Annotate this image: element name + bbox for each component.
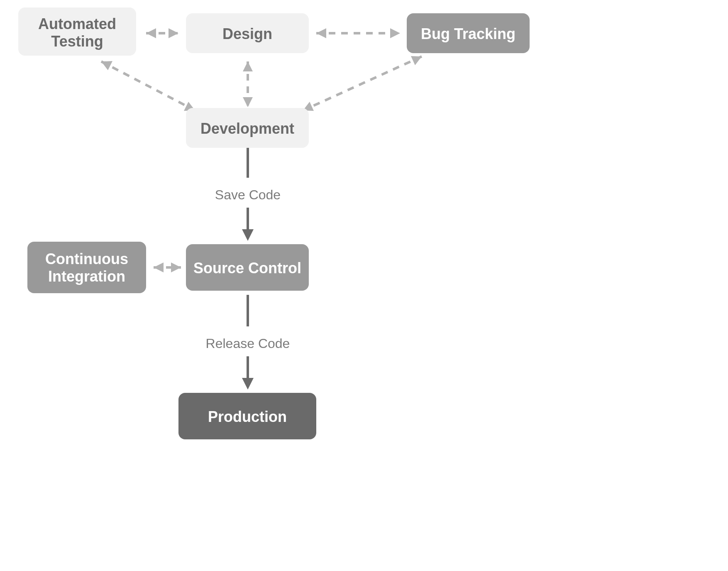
arrow-right-icon xyxy=(169,28,178,38)
node-production: Production xyxy=(178,393,316,439)
edge-design-development xyxy=(243,61,253,107)
node-label: Automated xyxy=(38,15,116,32)
arrow-down-icon xyxy=(243,97,253,107)
edge-source-ci xyxy=(154,262,181,272)
edge-source-production: Release Code xyxy=(206,295,290,390)
node-continuous-integration: Continuous Integration xyxy=(27,242,146,293)
flow-diagram: Save Code Release Code Automated Testing… xyxy=(0,0,728,571)
node-label: Testing xyxy=(51,33,103,50)
arrow-up-left-icon xyxy=(101,61,112,70)
node-label: Continuous xyxy=(45,250,128,267)
arrow-right-icon xyxy=(390,28,400,38)
edge-design-bug xyxy=(316,28,400,38)
arrow-left-icon xyxy=(154,262,164,272)
edge-design-testing xyxy=(146,28,178,38)
svg-line-3 xyxy=(101,61,195,110)
node-source-control: Source Control xyxy=(186,244,309,291)
node-label: Design xyxy=(222,25,272,42)
edge-development-source: Save Code xyxy=(215,148,281,241)
arrow-left-icon xyxy=(316,28,326,38)
arrow-right-icon xyxy=(171,262,181,272)
svg-line-4 xyxy=(303,56,422,110)
arrow-up-right-icon xyxy=(411,56,422,65)
node-bug-tracking: Bug Tracking xyxy=(407,13,530,53)
arrow-down-icon xyxy=(242,229,254,241)
node-development: Development xyxy=(186,108,309,148)
node-automated-testing: Automated Testing xyxy=(18,7,136,56)
arrow-left-icon xyxy=(146,28,156,38)
node-label: Source Control xyxy=(193,260,301,277)
node-label: Production xyxy=(208,408,287,425)
node-design: Design xyxy=(186,13,309,53)
node-label: Bug Tracking xyxy=(421,25,515,42)
edge-label-release-code: Release Code xyxy=(206,336,290,351)
svg-rect-14 xyxy=(27,242,146,293)
arrow-down-icon xyxy=(242,378,254,390)
edge-testing-development xyxy=(101,61,195,111)
edge-bug-development xyxy=(303,56,422,111)
node-label: Integration xyxy=(48,268,125,285)
node-label: Development xyxy=(200,120,294,137)
edge-label-save-code: Save Code xyxy=(215,187,281,202)
arrow-up-icon xyxy=(243,61,253,71)
